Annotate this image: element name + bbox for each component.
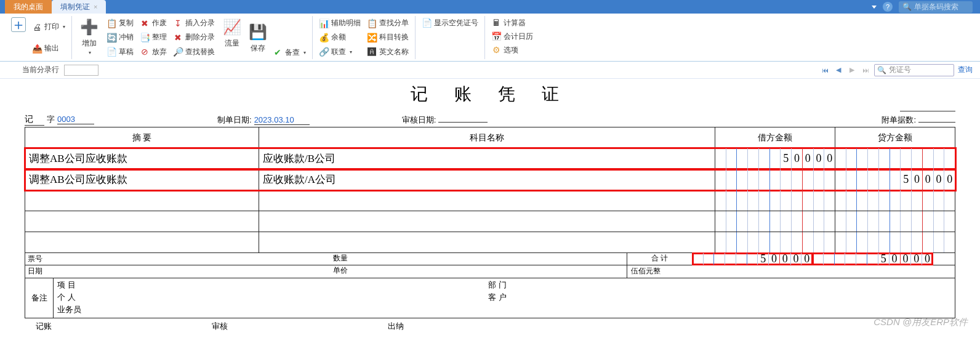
calculator-icon: 🖩 <box>491 18 501 28</box>
make-date[interactable]: 2023.03.10 <box>254 115 310 125</box>
meta-blank-line <box>900 111 955 111</box>
copy-icon: 📋 <box>106 18 116 28</box>
billno-label: 票号 <box>25 253 54 265</box>
amount-words: 伍佰元整 <box>627 265 955 278</box>
th-summary: 摘 要 <box>25 127 259 148</box>
tidy-button[interactable]: 📑整理 <box>139 31 168 44</box>
print-button[interactable]: 🖨打印▾ <box>31 20 66 34</box>
current-line-label: 当前分录行 <box>22 65 59 75</box>
next-button[interactable]: ▶ <box>847 65 857 75</box>
acct-calendar-button[interactable]: 📅会计日历 <box>490 30 534 43</box>
help-icon[interactable]: ? <box>883 2 893 12</box>
subject-trans-button[interactable]: 🔀科目转换 <box>366 31 410 44</box>
insert-entry-button[interactable]: ↧插入分录 <box>172 17 216 30</box>
table-row[interactable] <box>25 211 955 232</box>
add-icon: ➕ <box>79 17 99 37</box>
remark-label: 备注 <box>25 278 54 318</box>
calculator-button[interactable]: 🖩计算器 <box>490 16 534 30</box>
voucher-icon: 📄 <box>422 18 432 28</box>
detail-icon: 📊 <box>319 18 329 28</box>
gear-icon: ⚙ <box>491 45 501 55</box>
sign-cashier: 出纳 <box>388 321 404 332</box>
query-link[interactable]: 查询 <box>958 65 973 75</box>
total-debit: 50000 <box>693 253 813 265</box>
offset-icon: 🔄 <box>106 33 116 42</box>
sign-book: 记账 <box>36 321 52 332</box>
save-icon: 💾 <box>248 22 268 42</box>
contact-button[interactable]: 🔗联查▾ <box>318 45 362 59</box>
transfer-icon: 🔀 <box>367 33 377 42</box>
flow-icon: 📈 <box>222 17 242 37</box>
search-icon: 🔍 <box>902 2 912 11</box>
backup-icon: ✔ <box>273 47 283 57</box>
abandon-button[interactable]: ⊘放弃 <box>139 45 168 59</box>
find-replace-icon: 🔎 <box>173 47 183 57</box>
th-credit: 贷方金额 <box>835 127 955 148</box>
tab-voucher[interactable]: 填制凭证 × <box>52 0 106 14</box>
prev-button[interactable]: ◀ <box>833 65 843 75</box>
barcode-search-input[interactable]: 🔍 单据条码搜索 <box>899 1 973 13</box>
voucher-title: 记 账 凭 证 <box>25 83 955 110</box>
qty-label: 数量 <box>54 253 627 265</box>
calendar-icon: 📅 <box>491 31 501 41</box>
find-icon: 📋 <box>367 18 377 28</box>
abandon-icon: ⊘ <box>140 47 150 57</box>
close-icon[interactable]: × <box>94 3 97 10</box>
voucher-type[interactable]: 记 <box>25 114 44 126</box>
price-label: 单价 <box>54 265 627 278</box>
voucher-no-search[interactable]: 🔍凭证号 <box>874 64 954 76</box>
aux-detail-button[interactable]: 📊辅助明细 <box>318 17 362 30</box>
current-line-input[interactable] <box>64 65 98 76</box>
date-label: 日期 <box>25 265 54 278</box>
table-row[interactable]: 调整AB公司应收账款应收账款/A公司50000 <box>25 169 955 190</box>
add-button[interactable]: ➕增加▾ <box>77 16 102 59</box>
total-credit: 50000 <box>813 253 933 265</box>
table-row[interactable] <box>25 232 955 253</box>
english-icon: 🅰 <box>367 47 377 57</box>
th-account: 科目名称 <box>259 127 715 148</box>
delete-entry-button[interactable]: ✖删除分录 <box>172 31 216 44</box>
print-icon: 🖨 <box>32 22 42 32</box>
export-icon: 📤 <box>32 44 42 54</box>
output-button[interactable]: 📤输出 <box>31 42 66 55</box>
table-row[interactable]: 调整AB公司应收账款应收账款/B公司50000 <box>25 148 955 169</box>
show-empty-button[interactable]: 📄显示空凭证号 <box>420 16 480 30</box>
save-button[interactable]: 💾保存 <box>248 22 268 54</box>
void-icon: ✖ <box>140 18 150 28</box>
tab-desktop[interactable]: 我的桌面 <box>5 0 52 14</box>
attach-count[interactable] <box>918 122 955 123</box>
backup-button[interactable]: ✔备查▾ <box>271 46 307 59</box>
search-icon: 🔍 <box>877 66 886 75</box>
flow-button[interactable]: 📈流量 <box>220 16 244 59</box>
th-debit: 借方金额 <box>715 127 835 148</box>
void-button[interactable]: ✖作废 <box>139 17 168 30</box>
draft-button[interactable]: 📄草稿 <box>105 45 135 59</box>
voucher-no[interactable]: 0003 <box>57 115 94 124</box>
new-button[interactable]: ＋ <box>9 16 28 59</box>
total-label: 合 计 <box>627 253 693 265</box>
options-button[interactable]: ⚙选项 <box>490 43 534 57</box>
insert-row-icon: ↧ <box>173 18 183 28</box>
draft-icon: 📄 <box>106 47 116 57</box>
voucher-table: 摘 要 科目名称 借方金额 贷方金额 调整AB公司应收账款应收账款/B公司500… <box>25 127 955 253</box>
balance-button[interactable]: 💰余额 <box>318 31 362 44</box>
find-split-button[interactable]: 📋查找分单 <box>366 17 410 30</box>
last-button[interactable]: ⏭ <box>861 65 870 75</box>
audit-date[interactable] <box>438 122 488 123</box>
table-row[interactable] <box>25 190 955 211</box>
tidy-icon: 📑 <box>140 33 150 42</box>
first-button[interactable]: ⏮ <box>820 65 830 75</box>
sign-audit: 审核 <box>212 321 228 332</box>
balance-icon: 💰 <box>319 33 329 42</box>
offset-button[interactable]: 🔄冲销 <box>105 31 135 44</box>
find-replace-button[interactable]: 🔎查找替换 <box>172 45 216 59</box>
delete-row-icon: ✖ <box>173 33 183 42</box>
dropdown-icon[interactable] <box>872 6 877 9</box>
link-icon: 🔗 <box>319 47 329 57</box>
eng-name-button[interactable]: 🅰英文名称 <box>366 45 410 59</box>
copy-button[interactable]: 📋复制 <box>105 17 135 30</box>
